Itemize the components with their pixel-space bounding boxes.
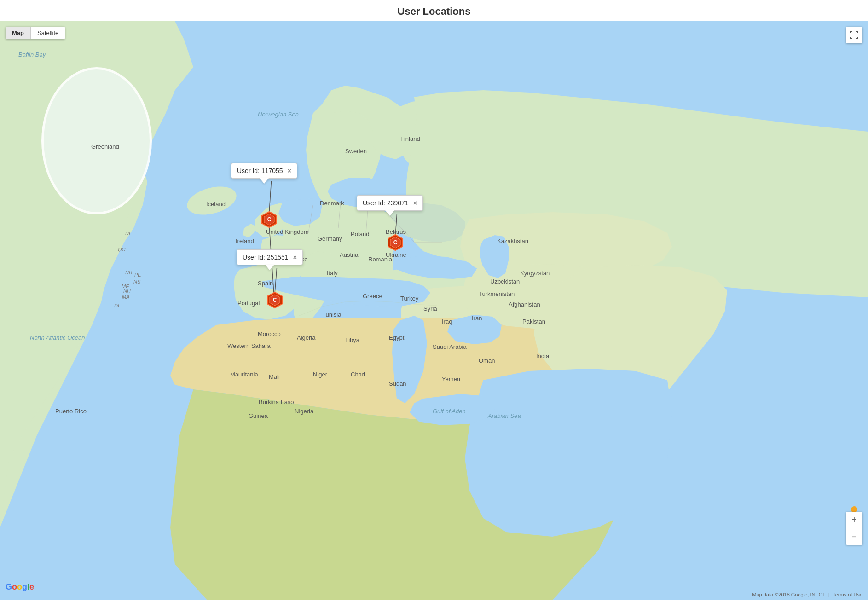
map-type-satellite-button[interactable]: Satellite [31, 27, 65, 39]
google-logo: Google [6, 582, 34, 592]
zoom-out-button[interactable]: − [846, 528, 862, 545]
fullscreen-button[interactable] [846, 27, 862, 43]
map-type-map-button[interactable]: Map [6, 27, 31, 39]
info-window-iw2: User Id: 239071× [357, 195, 423, 211]
info-window-close-iw1[interactable]: × [288, 168, 291, 174]
zoom-in-button[interactable]: + [846, 512, 862, 528]
page-title: User Locations [0, 0, 868, 21]
attribution-separator: | [827, 592, 829, 597]
svg-point-2 [44, 69, 150, 212]
map-marker-m3[interactable]: C [266, 291, 283, 308]
map-data-text: Map data ©2018 Google, INEGI [752, 592, 824, 597]
info-window-label-iw3: User Id: 251551 [243, 254, 289, 261]
map-type-control: Map Satellite [6, 27, 65, 39]
svg-text:C: C [267, 216, 272, 223]
map-marker-m2[interactable]: C [387, 234, 403, 250]
info-window-label-iw1: User Id: 117055 [237, 167, 283, 174]
info-window-close-iw2[interactable]: × [413, 200, 417, 206]
info-window-iw3: User Id: 251551× [237, 249, 303, 265]
info-window-label-iw2: User Id: 239071 [363, 199, 409, 207]
map-marker-m1[interactable]: C [260, 211, 277, 227]
svg-text:C: C [393, 239, 398, 246]
zoom-controls: + − [846, 512, 862, 545]
map-attribution: Map data ©2018 Google, INEGI | Terms of … [752, 592, 862, 597]
map-container: Map Satellite Norwegian SeaGreenlandIcel… [0, 21, 868, 600]
info-window-close-iw3[interactable]: × [293, 254, 297, 260]
info-window-iw1: User Id: 117055× [231, 163, 297, 179]
terms-of-use-link[interactable]: Terms of Use [833, 592, 862, 597]
svg-text:C: C [273, 297, 277, 303]
